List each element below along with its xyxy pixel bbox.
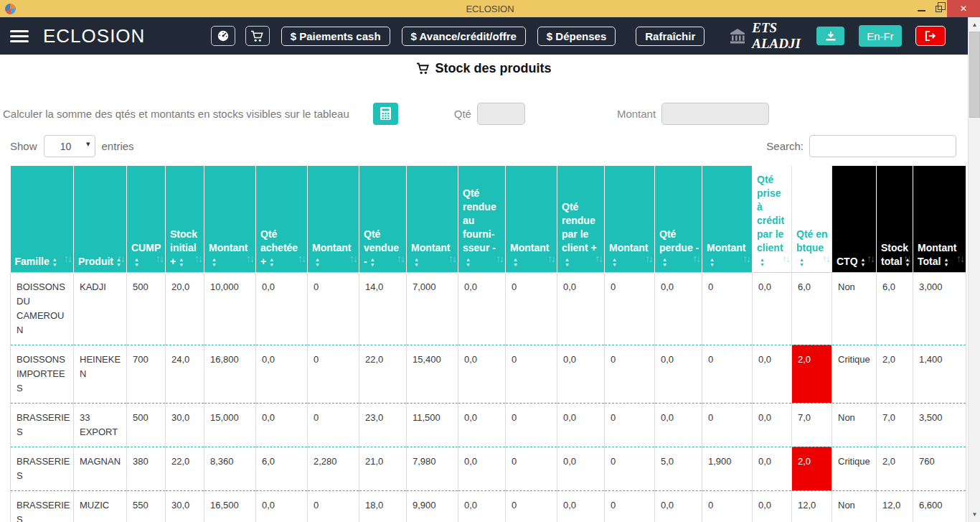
paiements-cash-button[interactable]: $ Paiements cash bbox=[281, 27, 390, 46]
table-cell: 0 bbox=[506, 490, 557, 522]
table-cell: 0,0 bbox=[655, 403, 702, 447]
table-cell: 500 bbox=[127, 403, 166, 447]
vertical-scrollbar[interactable]: ▲ ▼ bbox=[968, 17, 980, 522]
table-cell: 1,900 bbox=[702, 447, 753, 490]
column-header-13[interactable]: Qté perdue -▲▼↑↓ bbox=[655, 166, 702, 272]
sort-ghost-icon: ↑↓ bbox=[156, 252, 163, 266]
dashboard-button[interactable] bbox=[211, 26, 235, 46]
table-cell: 2,0 bbox=[792, 345, 832, 403]
table-cell: 6,0 bbox=[877, 272, 913, 345]
sort-ghost-icon: ↑↓ bbox=[822, 252, 829, 266]
minimize-button[interactable] bbox=[913, 0, 930, 17]
table-cell: 0 bbox=[308, 272, 359, 345]
table-cell: 15,400 bbox=[407, 345, 458, 403]
scrollbar-thumb[interactable] bbox=[969, 32, 980, 118]
column-header-label: Qté rendue par le client + bbox=[562, 201, 597, 253]
depenses-button[interactable]: $ Dépenses bbox=[537, 27, 616, 46]
sort-ghost-icon: ↑↓ bbox=[903, 252, 910, 266]
sort-icon: ▲▼ bbox=[315, 258, 320, 267]
column-header-10[interactable]: Montant▲▼↑↓ bbox=[506, 166, 557, 272]
table-cell: 0,0 bbox=[753, 490, 792, 522]
table-cell: 0,0 bbox=[557, 272, 605, 345]
table-cell: 380 bbox=[127, 447, 166, 490]
sort-icon: ▲▼ bbox=[710, 258, 715, 267]
table-cell: 0,0 bbox=[753, 272, 792, 345]
table-cell: 8,360 bbox=[204, 447, 256, 490]
rafraichir-button[interactable]: Rafraîchir bbox=[636, 27, 705, 46]
column-header-1[interactable]: Produit▲▼↑↓ bbox=[74, 166, 127, 272]
sort-icon: ▲▼ bbox=[52, 258, 57, 267]
sort-ghost-icon: ↑↓ bbox=[496, 252, 503, 266]
column-header-6[interactable]: Montant▲▼↑↓ bbox=[308, 166, 359, 272]
column-header-14[interactable]: Montant▲▼↑↓ bbox=[702, 166, 753, 272]
table-cell: 12,0 bbox=[792, 490, 832, 522]
column-header-4[interactable]: Montant▲▼↑↓ bbox=[204, 166, 256, 272]
sort-ghost-icon: ↑↓ bbox=[743, 252, 750, 266]
table-cell: 0,0 bbox=[753, 345, 792, 403]
column-header-16[interactable]: Qté en btque▲▼↑↓ bbox=[792, 166, 832, 272]
table-cell: 0,0 bbox=[458, 490, 506, 522]
download-button[interactable] bbox=[816, 27, 844, 45]
table-cell: 0 bbox=[308, 403, 359, 447]
column-header-0[interactable]: Famille▲▼↑↓ bbox=[11, 166, 74, 272]
entries-select[interactable]: 10 bbox=[44, 135, 95, 157]
table-cell: BOISSONS IMPORTEES bbox=[11, 345, 74, 403]
table-cell: 0,0 bbox=[557, 345, 605, 403]
calculate-button[interactable] bbox=[373, 103, 398, 125]
language-toggle-button[interactable]: En-Fr bbox=[859, 25, 902, 47]
column-header-label: CTQ bbox=[837, 256, 858, 267]
amount-sum-field bbox=[661, 103, 769, 125]
maximize-button[interactable] bbox=[930, 0, 947, 17]
cart-icon bbox=[250, 30, 264, 42]
search-input[interactable] bbox=[809, 135, 956, 157]
column-header-18[interactable]: Stock total▲▼↑↓ bbox=[877, 166, 913, 272]
column-header-label: Montant Total bbox=[918, 242, 956, 267]
logout-button[interactable] bbox=[915, 26, 946, 46]
column-header-19[interactable]: Montant Total▲▼↑↓ bbox=[913, 166, 966, 272]
company-name: ETS ALADJI bbox=[752, 20, 816, 52]
table-cell: MUZIC bbox=[74, 490, 127, 522]
table-cell: 0 bbox=[605, 345, 655, 403]
column-header-12[interactable]: Montant▲▼↑↓ bbox=[605, 166, 655, 272]
column-header-15[interactable]: Qté prise à crédit par le client▲▼↑↓ bbox=[753, 166, 792, 272]
column-header-8[interactable]: Montant▲▼↑↓ bbox=[407, 166, 458, 272]
column-header-label: Qté en btque bbox=[796, 228, 828, 253]
table-row-0: BOISSONS DU CAMEROUNKADJI50020,010,0000,… bbox=[11, 272, 966, 345]
close-button[interactable]: ✕ bbox=[947, 0, 980, 17]
table-cell: BRASSERIES bbox=[11, 490, 74, 522]
table-cell: BRASSERIES bbox=[11, 447, 74, 490]
sort-icon: ▲▼ bbox=[134, 258, 139, 267]
column-header-3[interactable]: Stock initial +▲▼↑↓ bbox=[166, 166, 204, 272]
column-header-17[interactable]: CTQ▲▼↑↓ bbox=[832, 166, 877, 272]
table-cell: 2,0 bbox=[877, 345, 913, 403]
sort-ghost-icon: ↑↓ bbox=[956, 252, 963, 266]
table-cell: KADJI bbox=[74, 272, 127, 345]
table-cell: 700 bbox=[127, 345, 166, 403]
column-header-2[interactable]: CUMP▲▼↑↓ bbox=[127, 166, 166, 272]
table-row-2: BRASSERIES33 EXPORT50030,015,0000,0023,0… bbox=[11, 403, 966, 447]
scroll-down-icon[interactable]: ▼ bbox=[969, 508, 980, 521]
cart-button[interactable] bbox=[245, 26, 270, 46]
maximize-icon bbox=[936, 6, 942, 12]
sort-icon: ▲▼ bbox=[513, 258, 518, 267]
table-cell: 0,0 bbox=[256, 345, 308, 403]
sort-icon: ▲▼ bbox=[943, 258, 948, 267]
page-title-text: Stock des produits bbox=[435, 61, 551, 76]
sort-ghost-icon: ↑↓ bbox=[349, 252, 357, 266]
column-header-5[interactable]: Qté achetée +▲▼↑↓ bbox=[256, 166, 308, 272]
sort-icon: ▲▼ bbox=[466, 258, 471, 267]
table-cell: 0 bbox=[506, 272, 557, 345]
stock-table-body: BOISSONS DU CAMEROUNKADJI50020,010,0000,… bbox=[11, 272, 966, 522]
avance-credit-offre-button[interactable]: $ Avance/crédit/offre bbox=[402, 27, 526, 46]
column-header-11[interactable]: Qté rendue par le client +▲▼↑↓ bbox=[557, 166, 605, 272]
menu-icon[interactable] bbox=[10, 27, 29, 45]
scroll-up-icon[interactable]: ▲ bbox=[969, 19, 980, 31]
table-cell: 16,800 bbox=[204, 345, 256, 403]
column-header-9[interactable]: Qté rendue au fourni-sseur -▲▼↑↓ bbox=[458, 166, 506, 272]
brand-logo: ECLOSION bbox=[43, 25, 145, 47]
search-label: Search: bbox=[766, 140, 804, 152]
table-row-4: BRASSERIESMUZIC55030,016,5000,0018,09,90… bbox=[11, 490, 966, 522]
titlebar: ECLOSION ✕ bbox=[0, 0, 980, 17]
table-cell: 0,0 bbox=[557, 447, 605, 490]
column-header-7[interactable]: Qté vendue -▲▼↑↓ bbox=[359, 166, 407, 272]
